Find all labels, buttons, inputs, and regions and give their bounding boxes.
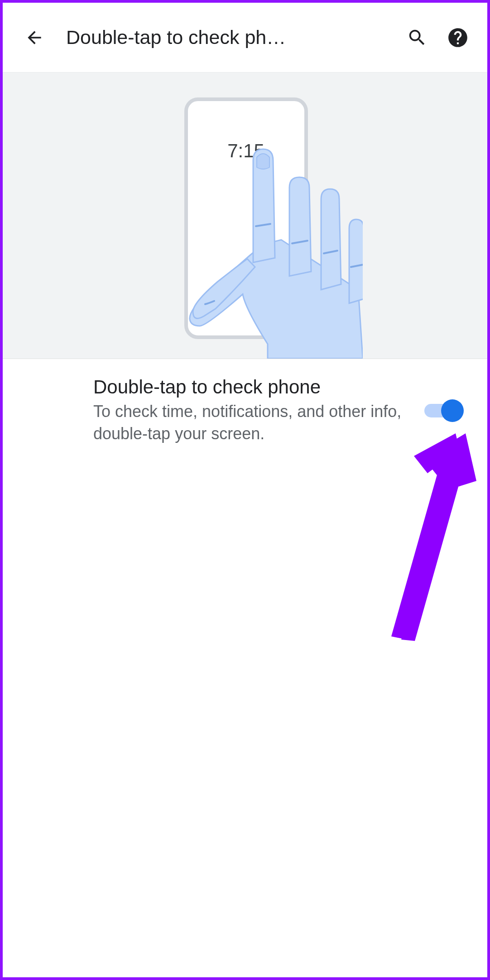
back-arrow-icon (24, 28, 44, 48)
search-button[interactable] (406, 26, 428, 49)
app-bar: Double-tap to check ph… (3, 3, 487, 73)
toggle-switch[interactable] (423, 399, 464, 422)
help-icon (447, 26, 469, 49)
page-title: Double-tap to check ph… (66, 26, 406, 49)
svg-rect-1 (305, 151, 307, 174)
setting-title: Double-tap to check phone (93, 376, 405, 398)
help-button[interactable] (447, 26, 469, 49)
back-button[interactable] (21, 24, 48, 51)
svg-marker-4 (391, 433, 466, 639)
hero-illustration: 7:15 (3, 73, 487, 359)
annotation-arrow-icon (351, 430, 469, 647)
phone-hand-illustration: 7:15 (127, 73, 363, 359)
search-icon (407, 27, 428, 48)
setting-row-double-tap[interactable]: Double-tap to check phone To check time,… (3, 359, 487, 462)
setting-text: Double-tap to check phone To check time,… (93, 376, 423, 445)
svg-marker-3 (401, 433, 476, 641)
setting-description: To check time, notifications, and other … (93, 401, 405, 445)
